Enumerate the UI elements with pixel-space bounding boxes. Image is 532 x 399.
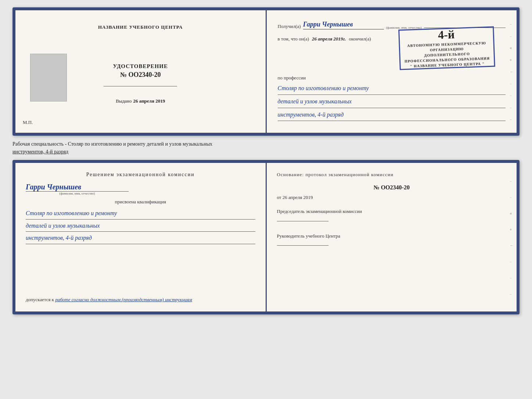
predsedatel-block: Председатель экзаменационной комиссии [277,208,507,221]
bottom-right-margin: – – и а ← – – – [508,163,517,311]
ot-prefix: от [277,195,281,200]
stamp-year: 4-й [438,28,455,41]
bottom-document-spread: Решением экзаменационной комиссии Гарри … [12,160,520,314]
vtom-date: 26 апреля 2019г. [312,36,346,42]
ot-date-value: 26 апреля 2019 [283,195,313,200]
resheniem-title: Решением экзаменационной комиссии [26,172,255,178]
predsedatel-sign-line [277,221,328,221]
top-document-spread: НАЗВАНИЕ УЧЕБНОГО ЦЕНТРА УДОСТОВЕРЕНИЕ №… [12,7,520,136]
po-professii-label: по профессии [278,75,506,81]
top-right-page: Получил(а) Гарри Чернышев (фамилия, имя,… [267,10,517,133]
qualification-block: Столяр по изготовлению и ремонту деталей… [26,208,255,244]
predsedatel-title: Председатель экзаменационной комиссии [277,209,362,214]
ot-date: от 26 апреля 2019 [277,195,507,200]
separator-line [104,86,177,86]
mp-label: М.П. [23,120,33,125]
dopuskaetsya-prefix: допускается к [26,297,54,302]
stamp-overlay: 4-й АВТОНОМНУЮ НЕКОММЕРЧЕСКУЮ ОРГАНИЗАЦИ… [398,26,495,70]
bottom-right-page: Основание: протокол экзаменационной коми… [267,163,517,311]
osnovanie-title: Основание: протокол экзаменационной коми… [277,172,507,178]
rukovoditel-block: Руководитель учебного Центра [277,232,507,246]
bottom-name: Гарри Чернышев [26,183,81,191]
profession-line-1: Столяр по изготовлению и ремонту [278,83,506,95]
stamp-line-1: АВТОНОМНУЮ НЕКОММЕРЧЕСКУЮ ОРГАНИЗАЦИЮ ДО… [403,40,491,69]
top-left-page: НАЗВАНИЕ УЧЕБНОГО ЦЕНТРА УДОСТОВЕРЕНИЕ №… [15,10,267,133]
udostoverenie-title: УДОСТОВЕРЕНИЕ [113,63,168,70]
bottom-fio-label: (фамилия, имя, отчество) [26,192,129,195]
rukovoditel-sign-line [277,245,328,246]
margin-char-5: ← [510,70,515,74]
caption-underlined: инструментов, 4-й разряд [12,149,68,154]
margin-char-6: – [510,82,515,85]
margin-char-2: – [510,34,515,38]
vtom-prefix: в том, что он(а) [278,36,309,42]
qual-line-1: Столяр по изготовлению и ремонту [26,208,255,219]
left-page-content: НАЗВАНИЕ УЧЕБНОГО ЦЕНТРА УДОСТОВЕРЕНИЕ №… [26,21,255,122]
poluchil-label: Получил(а) [278,24,301,29]
profession-line-3: инструментов, 4-й разряд [278,110,506,121]
margin-char-3: и [510,46,515,50]
qual-line-3: инструментов, 4-й разряд [26,232,255,244]
udostoverenie-number: № OO2340-20 [113,71,168,79]
udostoverenie-block: УДОСТОВЕРЕНИЕ № OO2340-20 [113,63,168,79]
margin-char-9: – [510,117,515,121]
margin-char-4: а [510,58,515,61]
vydano-label: Выдано [116,98,132,104]
vydano-block: Выдано 26 апреля 2019 [116,97,165,104]
vydano-date: 26 апреля 2019 [133,98,165,104]
name-block-2: Гарри Чернышев (фамилия, имя, отчество) [26,183,255,195]
dopuskaetsya-block: допускается к работе согласно должностны… [26,297,192,303]
bottom-left-page: Решением экзаменационной комиссии Гарри … [15,163,267,311]
margin-char-7: – [510,93,515,97]
caption-block: Рабочая специальность - Столяр по изгото… [12,140,520,156]
right-page-content: Получил(а) Гарри Чернышев (фамилия, имя,… [278,21,506,122]
okonchil-label: окончил(а) [349,36,371,42]
qual-line-2: деталей и узлов музыкальных [26,220,255,232]
po-professii-section: по профессии Столяр по изготовлению и ре… [278,75,506,121]
protocol-number: № OO2340-20 [277,184,507,191]
photo-placeholder [30,54,67,101]
dopuskaetsya-text: работе согласно должностным (производств… [55,297,192,302]
profession-line-2: деталей и узлов музыкальных [278,96,506,108]
profession-text: Столяр по изготовлению и ремонту деталей… [278,83,506,121]
center-title: НАЗВАНИЕ УЧЕБНОГО ЦЕНТРА [98,24,183,30]
prisvoyena-label: присвоена квалификация [26,199,255,205]
margin-char-8: – [510,106,515,109]
margin-char-1: – [510,22,515,26]
caption-main: Рабочая специальность - Столяр по изгото… [12,141,212,147]
rukovoditel-title: Руководитель учебного Центра [277,233,341,239]
right-margin-decoration: – – и а ← – – – – [508,10,517,133]
recipient-name: Гарри Чернышев [303,21,384,29]
